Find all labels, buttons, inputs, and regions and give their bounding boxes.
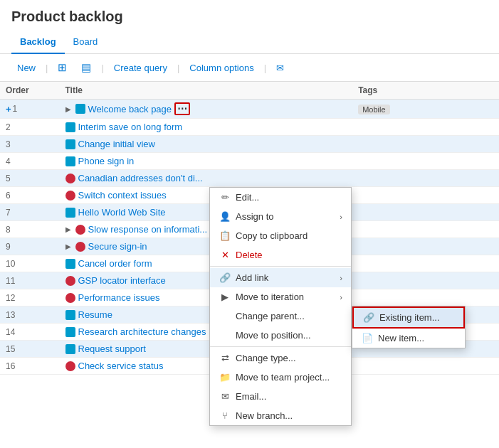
order-cell: 14 [0,324,60,341]
submenu-chevron-icon: › [340,293,342,302]
order-cell: 16 [0,358,60,375]
add-child-btn[interactable]: + [6,104,11,114]
context-menu-item-email[interactable]: ✉Email... [210,387,351,406]
menu-item-label: Copy to clipboard [236,230,308,241]
tag-badge: Mobile [358,105,389,114]
tags-cell [352,170,499,187]
table-row[interactable]: 2Interim save on long form [0,119,499,136]
user-story-icon [75,104,85,114]
context-menu-item-delete[interactable]: ✕Delete [210,245,351,265]
context-menu-item-move-iteration[interactable]: ▶Move to iteration› [210,287,351,306]
item-title-link[interactable]: Hello World Web Site [78,207,166,218]
order-cell: 6 [0,187,60,204]
sep3: | [177,63,179,73]
email-icon: ✉ [276,63,284,73]
menu-item-label: Delete [236,250,263,260]
create-query-button[interactable]: Create query [108,60,173,76]
item-title-link[interactable]: Slow response on informati... [88,224,208,235]
new-button[interactable]: New [11,60,41,76]
bug-icon [65,276,75,286]
order-cell: 4 [0,153,60,170]
item-title-link[interactable]: Performance issues [78,292,160,303]
context-menu-item-change-parent[interactable]: Change parent... [210,306,351,326]
expand-btn[interactable]: ▶ [65,225,71,233]
item-title-link[interactable]: GSP locator interface [78,275,166,286]
menu-item-icon: 👤 [219,211,231,222]
toolbar: New | ⊞ ▤ | Create query | Column option… [0,54,499,82]
item-title-link[interactable]: Cancel order form [78,258,152,269]
title-cell: ▶Welcome back page⋯ [60,100,353,119]
tab-backlog[interactable]: Backlog [11,31,65,54]
menu-item-icon: 🔗 [219,272,231,283]
submenu-item-label: Existing item... [379,312,440,323]
user-story-icon [65,310,75,320]
item-title-link[interactable]: Check service status [78,361,164,371]
context-menu-item-new-branch[interactable]: ⑂New branch... [210,406,351,425]
table-row[interactable]: 3Change initial view [0,136,499,153]
item-title-link[interactable]: Phone sign in [78,156,135,166]
context-menu-item-assign[interactable]: 👤Assign to› [210,207,351,226]
add-child-button[interactable]: ⊞ [52,58,73,77]
expand-btn[interactable]: ▶ [65,105,71,113]
order-cell: 8 [0,221,60,238]
context-menu-item-move-position[interactable]: Move to position... [210,326,351,345]
user-story-icon [65,327,75,337]
col-header-tags: Tags [352,82,499,100]
item-title-link[interactable]: Change initial view [78,139,155,149]
item-title-link[interactable]: Welcome back page [88,104,172,114]
title-cell: Change initial view [60,136,353,153]
order-cell: 3 [0,136,60,153]
menu-item-label: Move to team project... [236,372,330,383]
bug-icon [65,174,75,183]
order-cell: 10 [0,255,60,272]
item-title-link[interactable]: Switch context issues [78,190,167,201]
table-row[interactable]: 4Phone sign in [0,153,499,170]
expand-btn[interactable]: ▶ [65,242,71,250]
title-cell: Interim save on long form [60,119,353,136]
menu-divider [210,346,351,347]
table-row[interactable]: 5Canadian addresses don't di... [0,170,499,187]
item-title-link[interactable]: Canadian addresses don't di... [78,173,203,183]
item-title-link[interactable]: Resume [78,309,112,320]
tab-board[interactable]: Board [65,31,107,54]
more-actions-button[interactable]: ⋯ [174,102,190,115]
menu-item-label: Email... [236,391,266,402]
email-button[interactable]: ✉ [270,60,290,76]
menu-item-label: Change type... [236,353,296,363]
menu-item-label: New branch... [236,410,293,421]
sep2: | [101,63,103,73]
item-title-link[interactable]: Research architecture changes [78,326,206,337]
context-menu-item-change-type[interactable]: ⇄Change type... [210,348,351,368]
item-title-link[interactable]: Request support [78,343,146,354]
bug-icon [65,293,75,303]
context-menu: ✏Edit...👤Assign to›📋Copy to clipboard✕De… [209,187,352,426]
submenu-chevron-icon: › [340,274,342,282]
context-menu-item-edit[interactable]: ✏Edit... [210,188,351,207]
tags-cell [352,238,499,255]
tags-cell [352,187,499,204]
item-title-link[interactable]: Interim save on long form [78,122,183,132]
column-options-button[interactable]: Column options [184,60,259,76]
menu-item-icon: 📋 [219,230,231,241]
submenu-item-icon: 🔗 [362,312,375,323]
collapse-button[interactable]: ▤ [75,58,97,77]
order-cell: 9 [0,238,60,255]
title-cell: Canadian addresses don't di... [60,170,353,187]
order-cell: 7 [0,204,60,221]
submenu-item-existing-item[interactable]: 🔗Existing item... [352,306,465,329]
table-row[interactable]: +1▶Welcome back page⋯Mobile [0,100,499,119]
context-menu-item-move-project[interactable]: 📁Move to team project... [210,368,351,387]
tags-cell [352,358,499,375]
submenu-item-icon: 📄 [361,333,374,343]
menu-item-label: Move to iteration [236,292,304,302]
item-title-link[interactable]: Secure sign-in [88,241,147,252]
submenu-item-new-item[interactable]: 📄New item... [352,329,465,348]
page-title: Product backlog [0,0,499,31]
user-story-icon [65,344,75,354]
context-menu-item-add-link[interactable]: 🔗Add link› [210,268,351,287]
context-menu-item-copy[interactable]: 📋Copy to clipboard [210,226,351,245]
tab-bar: Backlog Board [0,31,499,54]
tags-cell [352,136,499,153]
submenu-add-link: 🔗Existing item...📄New item... [352,306,466,348]
tags-cell [352,255,499,272]
